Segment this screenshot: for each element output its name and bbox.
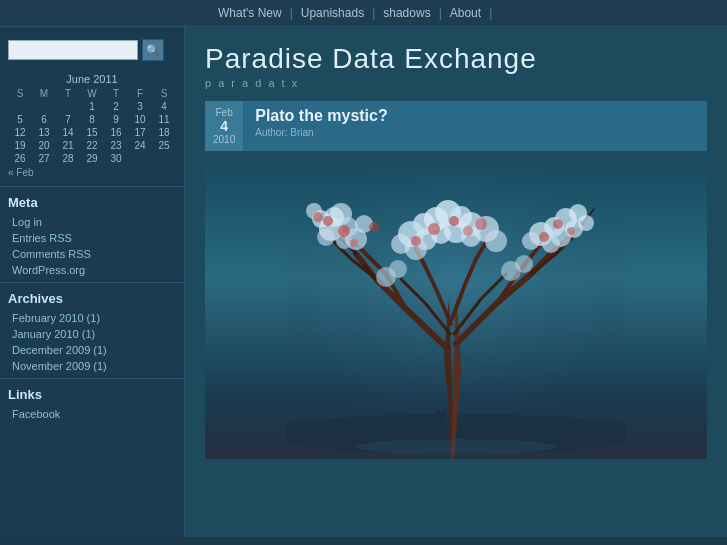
svg-point-45 (539, 232, 549, 242)
calendar-day (32, 100, 56, 113)
svg-point-29 (313, 212, 323, 222)
svg-point-30 (369, 222, 379, 232)
calendar-day[interactable]: 7 (56, 113, 80, 126)
site-subtitle: p a r a d a t x (205, 77, 707, 89)
sidebar: 🔍 June 2011 S M T W T F S (0, 27, 185, 537)
top-navigation: What's New | Upanishads | shadows | Abou… (0, 0, 727, 27)
site-title: Paradise Data Exchange (205, 43, 707, 75)
calendar-day[interactable]: 1 (80, 100, 104, 113)
nav-sep-4: | (489, 6, 492, 20)
svg-point-49 (389, 260, 407, 278)
calendar-day[interactable]: 2 (104, 100, 128, 113)
sidebar-link-dec2009[interactable]: December 2009 (1) (0, 342, 184, 358)
sidebar-link-comments-rss[interactable]: Comments RSS (0, 246, 184, 262)
calendar-day[interactable]: 9 (104, 113, 128, 126)
svg-point-8 (317, 228, 335, 246)
sidebar-link-wordpress[interactable]: WordPress.org (0, 262, 184, 278)
calendar-table: S M T W T F S 12345678910111213141516171… (8, 87, 176, 165)
svg-point-44 (522, 232, 540, 250)
calendar-day[interactable]: 22 (80, 139, 104, 152)
sidebar-link-login[interactable]: Log in (0, 214, 184, 230)
main-content: Paradise Data Exchange p a r a d a t x F… (185, 27, 727, 537)
cal-day-t2: T (104, 87, 128, 100)
calendar-day[interactable]: 17 (128, 126, 152, 139)
nav-shadows[interactable]: shadows (375, 6, 438, 20)
post-date-month: Feb (213, 107, 235, 118)
site-header: Paradise Data Exchange p a r a d a t x (185, 27, 727, 101)
calendar-prev-link[interactable]: « Feb (8, 167, 34, 178)
calendar-day (8, 100, 32, 113)
post-featured-image (205, 159, 707, 459)
calendar-day[interactable]: 5 (8, 113, 32, 126)
calendar-widget: June 2011 S M T W T F S 1234567891011121… (0, 69, 184, 182)
sidebar-link-facebook[interactable]: Facebook (0, 406, 184, 422)
svg-point-25 (485, 230, 507, 252)
calendar-day (56, 100, 80, 113)
calendar-day[interactable]: 21 (56, 139, 80, 152)
post-date-year: 2010 (213, 134, 235, 145)
calendar-day[interactable]: 25 (152, 139, 176, 152)
calendar-day[interactable]: 6 (32, 113, 56, 126)
svg-point-28 (350, 239, 358, 247)
post-header: Feb 4 2010 Plato the mystic? Author: Bri… (205, 101, 707, 151)
cal-day-s1: S (8, 87, 32, 100)
calendar-day[interactable]: 8 (80, 113, 104, 126)
sidebar-link-nov2009[interactable]: November 2009 (1) (0, 358, 184, 374)
calendar-day[interactable]: 24 (128, 139, 152, 152)
main-layout: 🔍 June 2011 S M T W T F S (0, 27, 727, 537)
calendar-month-label: June 2011 (8, 73, 176, 85)
post-date-box: Feb 4 2010 (205, 101, 243, 151)
calendar-day[interactable]: 20 (32, 139, 56, 152)
calendar-day[interactable]: 26 (8, 152, 32, 165)
svg-point-26 (338, 225, 350, 237)
cal-day-t1: T (56, 87, 80, 100)
nav-about[interactable]: About (442, 6, 489, 20)
svg-point-35 (411, 236, 421, 246)
calendar-day[interactable]: 23 (104, 139, 128, 152)
search-icon: 🔍 (146, 44, 160, 57)
svg-point-31 (428, 223, 440, 235)
calendar-day[interactable]: 27 (32, 152, 56, 165)
calendar-day[interactable]: 30 (104, 152, 128, 165)
calendar-day[interactable]: 10 (128, 113, 152, 126)
search-button[interactable]: 🔍 (142, 39, 164, 61)
calendar-day[interactable]: 3 (128, 100, 152, 113)
calendar-day[interactable]: 16 (104, 126, 128, 139)
sidebar-link-feb2010[interactable]: February 2010 (1) (0, 310, 184, 326)
calendar-day (152, 152, 176, 165)
svg-point-33 (463, 226, 473, 236)
calendar-day[interactable]: 4 (152, 100, 176, 113)
calendar-day[interactable]: 15 (80, 126, 104, 139)
calendar-day[interactable]: 28 (56, 152, 80, 165)
svg-point-52 (356, 439, 556, 455)
cal-day-s2: S (152, 87, 176, 100)
calendar-day[interactable]: 29 (80, 152, 104, 165)
calendar-day[interactable]: 11 (152, 113, 176, 126)
post-title[interactable]: Plato the mystic? (255, 107, 695, 125)
calendar-day[interactable]: 12 (8, 126, 32, 139)
sidebar-link-entries-rss[interactable]: Entries RSS (0, 230, 184, 246)
nav-whats-new[interactable]: What's New (210, 6, 290, 20)
nav-upanishads[interactable]: Upanishads (293, 6, 372, 20)
svg-point-46 (553, 219, 563, 229)
svg-point-24 (391, 234, 411, 254)
search-input[interactable] (8, 40, 138, 60)
calendar-day[interactable]: 13 (32, 126, 56, 139)
search-container: 🔍 (0, 35, 184, 69)
svg-point-27 (323, 216, 333, 226)
tree-illustration (286, 169, 626, 459)
svg-point-42 (578, 215, 594, 231)
calendar-day (128, 152, 152, 165)
calendar-day[interactable]: 18 (152, 126, 176, 139)
links-section-title: Links (0, 378, 184, 406)
meta-section-title: Meta (0, 186, 184, 214)
svg-point-32 (449, 216, 459, 226)
post-title-area: Plato the mystic? Author: Brian (243, 101, 707, 151)
svg-point-34 (475, 218, 487, 230)
calendar-day[interactable]: 14 (56, 126, 80, 139)
calendar-day[interactable]: 19 (8, 139, 32, 152)
cal-day-m: M (32, 87, 56, 100)
cal-day-f: F (128, 87, 152, 100)
post-author: Author: Brian (255, 127, 695, 138)
sidebar-link-jan2010[interactable]: January 2010 (1) (0, 326, 184, 342)
